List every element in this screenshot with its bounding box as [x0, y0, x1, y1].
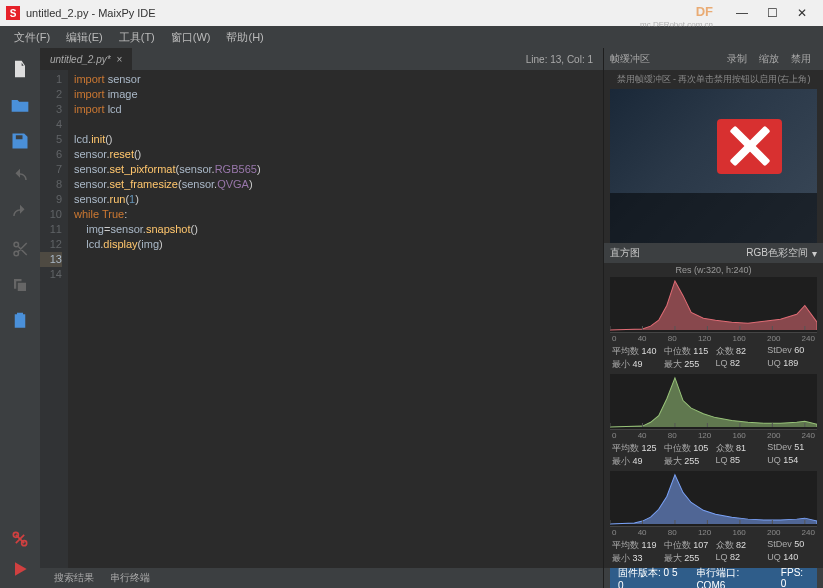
menu-file[interactable]: 文件(F) [6, 30, 58, 45]
zoom-button[interactable]: 缩放 [753, 52, 785, 66]
right-panel: 帧缓冲区 录制 缩放 禁用 禁用帧缓冲区 - 再次单击禁用按钮以启用(右上角) … [603, 48, 823, 588]
run-icon[interactable] [9, 558, 31, 580]
code-editor[interactable]: import sensorimport imageimport lcd lcd.… [68, 70, 603, 568]
left-toolbar [0, 48, 40, 588]
editor-bottom-bar: 搜索结果 串行终端 [40, 568, 603, 588]
cursor-position: Line: 13, Col: 1 [516, 54, 603, 65]
save-icon[interactable] [9, 130, 31, 152]
firmware-version: 固件版本: 0 5 0 [610, 568, 688, 588]
close-button[interactable]: ✕ [787, 6, 817, 20]
minimize-button[interactable]: — [727, 6, 757, 20]
framebuffer-hint: 禁用帧缓冲区 - 再次单击禁用按钮以启用(右上角) [604, 70, 823, 89]
preview-foreground [610, 193, 817, 243]
colorspace-select[interactable]: RGB色彩空间 [746, 246, 808, 260]
histogram-g: 04080120160200240平均数 125中位数 105众数 81StDe… [610, 374, 817, 469]
paste-icon[interactable] [9, 310, 31, 332]
redo-icon[interactable] [9, 202, 31, 224]
camera-preview[interactable] [610, 89, 817, 243]
record-button[interactable]: 录制 [721, 52, 753, 66]
fps-status: FPS: 0 [773, 568, 817, 588]
connect-icon[interactable] [9, 528, 31, 550]
editor-tab[interactable]: untitled_2.py* × [40, 48, 132, 70]
editor-area: untitled_2.py* × Line: 13, Col: 1 123456… [40, 48, 603, 588]
dropdown-icon[interactable]: ▾ [812, 248, 817, 259]
new-file-icon[interactable] [9, 58, 31, 80]
histogram-r: 04080120160200240平均数 140中位数 115众数 82StDe… [610, 277, 817, 372]
svg-point-1 [22, 541, 27, 546]
copy-icon[interactable] [9, 274, 31, 296]
framebuffer-title: 帧缓冲区 [610, 52, 650, 66]
preview-object [717, 119, 782, 174]
resolution-label: Res (w:320, h:240) [604, 263, 823, 277]
framebuffer-header: 帧缓冲区 录制 缩放 禁用 [604, 48, 823, 70]
menu-bar: 文件(F) 编辑(E) 工具(T) 窗口(W) 帮助(H) [0, 26, 823, 48]
disable-button[interactable]: 禁用 [785, 52, 817, 66]
menu-window[interactable]: 窗口(W) [163, 30, 219, 45]
watermark-url: mc.DFRobot.com.cn [640, 20, 713, 29]
status-bar: 固件版本: 0 5 0 串行端口: COM6 FPS: 0 [604, 568, 823, 588]
menu-help[interactable]: 帮助(H) [218, 30, 271, 45]
serial-port-status: 串行端口: COM6 [688, 568, 772, 588]
watermark-logo: DF [696, 4, 713, 19]
histogram-title: 直方图 [610, 246, 640, 260]
histogram-b: 04080120160200240平均数 119中位数 107众数 82StDe… [610, 471, 817, 566]
serial-terminal-tab[interactable]: 串行终端 [102, 571, 158, 585]
open-folder-icon[interactable] [9, 94, 31, 116]
line-gutter: 1234567891011121314 [40, 70, 68, 568]
tab-close-icon[interactable]: × [117, 54, 123, 65]
window-title: untitled_2.py - MaixPy IDE [26, 7, 727, 19]
editor-tabbar: untitled_2.py* × Line: 13, Col: 1 [40, 48, 603, 70]
svg-point-0 [13, 532, 18, 537]
cut-icon[interactable] [9, 238, 31, 260]
app-icon: S [6, 6, 20, 20]
histogram-header: 直方图 RGB色彩空间 ▾ [604, 243, 823, 263]
undo-icon[interactable] [9, 166, 31, 188]
search-results-tab[interactable]: 搜索结果 [46, 571, 102, 585]
tab-label: untitled_2.py* [50, 54, 111, 65]
maximize-button[interactable]: ☐ [757, 6, 787, 20]
menu-tool[interactable]: 工具(T) [111, 30, 163, 45]
menu-edit[interactable]: 编辑(E) [58, 30, 111, 45]
